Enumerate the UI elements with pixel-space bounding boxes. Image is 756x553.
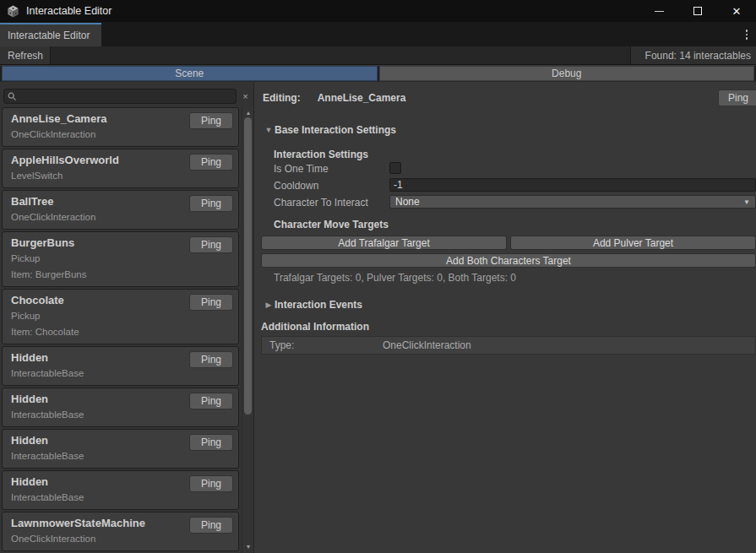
is-one-time-checkbox[interactable] <box>389 162 401 174</box>
ping-button[interactable]: Ping <box>189 236 233 253</box>
ping-button[interactable]: Ping <box>189 195 233 212</box>
foldout-open-icon: ▼ <box>263 126 275 134</box>
list-item[interactable]: HiddenPingInteractableBase <box>2 429 239 469</box>
list-item[interactable]: BurgerBunsPingPickupItem: BurgerBuns <box>2 231 239 287</box>
window-controls: ✕ <box>639 0 756 22</box>
search-field[interactable] <box>3 89 237 104</box>
type-label: Type: <box>269 339 383 351</box>
tab-debug[interactable]: Debug <box>379 66 755 81</box>
window-title: Interactable Editor <box>26 5 111 17</box>
list-item[interactable]: HiddenPingInteractableBase <box>2 470 239 510</box>
interactable-editor-window: Interactable Editor ✕ Interactable Edito… <box>0 0 756 553</box>
is-one-time-label: Is One Time <box>274 163 329 175</box>
ping-button[interactable]: Ping <box>189 112 233 129</box>
interaction-events-label: Interaction Events <box>275 299 362 311</box>
search-clear-button[interactable]: × <box>239 89 252 104</box>
ping-button[interactable]: Ping <box>189 434 233 451</box>
character-move-targets-header: Character Move Targets <box>255 218 756 230</box>
ping-button[interactable]: Ping <box>189 475 233 492</box>
add-trafalgar-target-button[interactable]: Add Trafalgar Target <box>261 236 507 250</box>
search-row: × <box>0 82 253 106</box>
scrollbar-thumb[interactable] <box>244 117 252 415</box>
list-scrollbar[interactable]: ▲ ▼ <box>242 107 253 553</box>
tab-interactable-editor[interactable]: Interactable Editor <box>0 23 101 46</box>
type-row: Type: OneClickInteraction <box>261 336 756 355</box>
view-tab-bar: Scene Debug <box>0 66 756 82</box>
list-item[interactable]: ChocolatePingPickupItem: Chocolate <box>2 289 239 344</box>
found-count-label: Found: 14 interactables <box>630 46 756 64</box>
cooldown-label: Cooldown <box>274 180 318 192</box>
list-item[interactable]: AppleHillsOverworldPingLevelSwitch <box>2 149 239 188</box>
chevron-down-icon: ▼ <box>743 198 750 206</box>
add-both-row: Add Both Characters Target <box>255 253 756 268</box>
dropdown-value: None <box>395 196 420 208</box>
editing-value: AnneLise_Camera <box>318 92 406 104</box>
foldout-closed-icon: ▶ <box>263 301 275 309</box>
target-buttons-row: Add Trafalgar Target Add Pulver Target <box>255 236 756 250</box>
item-detail: Item: BurgerBuns <box>11 267 230 283</box>
list-item[interactable]: HiddenPingInteractableBase <box>2 346 239 386</box>
search-icon <box>8 92 17 101</box>
ping-button[interactable]: Ping <box>189 351 233 368</box>
maximize-icon <box>693 7 702 15</box>
toolbar: Refresh Found: 14 interactables <box>0 46 756 65</box>
list-item[interactable]: LawnmowerStateMachinePingOneClickInterac… <box>2 512 239 551</box>
additional-information-header: Additional Information <box>255 320 756 333</box>
maximize-button[interactable] <box>678 0 717 22</box>
scroll-up-icon[interactable]: ▲ <box>242 107 254 117</box>
editor-panel: Editing: AnneLise_Camera Ping ▼ Base Int… <box>255 82 756 553</box>
unity-cube-icon <box>7 5 19 18</box>
list-item[interactable]: BallTreePingOneClickInteraction <box>2 190 239 230</box>
type-value: OneClickInteraction <box>383 339 471 351</box>
doc-tab-label: Interactable Editor <box>8 30 90 41</box>
tab-scene[interactable]: Scene <box>2 66 378 81</box>
ping-button[interactable]: Ping <box>189 294 233 311</box>
editing-ping-button[interactable]: Ping <box>718 89 756 106</box>
minimize-button[interactable] <box>639 0 678 22</box>
doc-tab-bar: Interactable Editor <box>0 22 756 46</box>
interaction-settings-header: Interaction Settings <box>255 148 756 160</box>
scroll-down-icon[interactable]: ▼ <box>242 541 254 551</box>
cooldown-input[interactable] <box>389 178 756 192</box>
scene-list-panel: × AnneLise_CameraPingOneClickInteraction… <box>0 82 254 553</box>
search-input[interactable] <box>17 89 236 103</box>
list-item[interactable]: AnneLise_CameraPingOneClickInteraction <box>2 107 239 147</box>
character-to-interact-label: Character To Interact <box>274 197 368 209</box>
cooldown-row: Cooldown <box>255 178 756 192</box>
add-both-characters-target-button[interactable]: Add Both Characters Target <box>261 253 756 268</box>
editing-label: Editing: <box>263 92 301 104</box>
is-one-time-row: Is One Time <box>255 162 756 175</box>
add-pulver-target-button[interactable]: Add Pulver Target <box>510 236 756 250</box>
base-foldout-label: Base Interaction Settings <box>275 124 396 136</box>
title-bar: Interactable Editor ✕ <box>0 0 756 22</box>
interactable-list: AnneLise_CameraPingOneClickInteractionAp… <box>2 107 239 553</box>
targets-summary: Trafalgar Targets: 0, Pulver Targets: 0,… <box>255 271 756 284</box>
close-icon: ✕ <box>732 6 742 17</box>
character-to-interact-row: Character To Interact None ▼ <box>255 195 756 209</box>
item-detail: Item: Chocolate <box>11 324 230 340</box>
refresh-button[interactable]: Refresh <box>0 46 51 64</box>
minimize-icon <box>655 11 664 12</box>
ping-button[interactable]: Ping <box>189 393 233 409</box>
close-button[interactable]: ✕ <box>717 0 756 22</box>
character-to-interact-dropdown[interactable]: None ▼ <box>389 195 756 209</box>
interaction-events-foldout[interactable]: ▶ Interaction Events <box>255 298 756 312</box>
base-interaction-settings-foldout[interactable]: ▼ Base Interaction Settings <box>255 123 756 137</box>
ping-button[interactable]: Ping <box>189 517 233 534</box>
list-item[interactable]: HiddenPingInteractableBase <box>2 388 239 427</box>
editing-header: Editing: AnneLise_Camera Ping <box>255 89 756 106</box>
kebab-menu-icon[interactable] <box>741 27 753 42</box>
ping-button[interactable]: Ping <box>189 154 233 171</box>
